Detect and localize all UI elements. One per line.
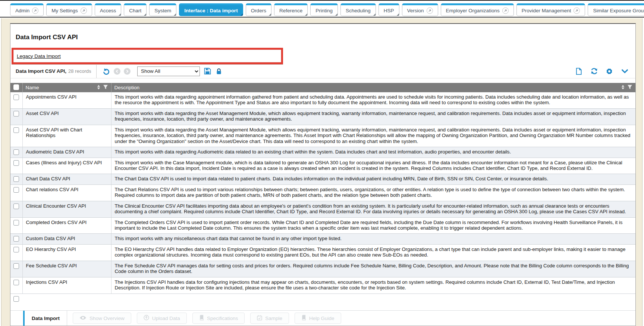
tab-scheduling[interactable]: Scheduling	[340, 3, 376, 16]
row-name: Asset CSV API with Chart Relationships	[22, 125, 111, 147]
tab-label: My Settings	[51, 5, 78, 16]
table-row[interactable]: Completed Orders CSV API The Completed O…	[10, 217, 635, 234]
tab-chart[interactable]: Chart	[124, 3, 147, 16]
tab-label: Version	[407, 5, 424, 16]
calendar-check-icon	[257, 315, 262, 322]
upload-data-button[interactable]: Upload Data	[137, 313, 187, 324]
chevron-down-icon[interactable]	[621, 67, 629, 75]
row-description: The Completed Orders CSV API is used to …	[111, 217, 635, 234]
tab-system[interactable]: System	[149, 3, 176, 16]
footer-tab-data-import[interactable]: Data Import	[23, 311, 67, 326]
row-checkbox[interactable]	[13, 127, 19, 133]
select-all-checkbox[interactable]	[13, 84, 19, 90]
table-row[interactable]: Appointments CSV API This import works w…	[10, 92, 635, 108]
tab-label: Chart	[129, 5, 141, 16]
tab-orders[interactable]: Orders	[246, 3, 271, 16]
tab-access[interactable]: Access	[95, 3, 122, 16]
row-name: Chart Data CSV API	[22, 174, 111, 184]
filter-icon[interactable]	[627, 84, 632, 91]
row-name: EO Hierarchy CSV API	[22, 244, 111, 261]
table-row[interactable]: Asset CSV API This import works with dat…	[10, 108, 635, 125]
tab-label: Interface : Data import	[184, 5, 238, 16]
table-row[interactable]: Asset CSV API with Chart Relationships T…	[10, 125, 635, 147]
gear-icon[interactable]	[605, 67, 613, 75]
table-row[interactable]: Fee Schedule CSV API The Fee Schedule CS…	[10, 261, 635, 277]
tab-label: System	[154, 5, 171, 16]
tab-similar-exposure-groups[interactable]: Similar Exposure Groups (SEGs)	[588, 3, 644, 16]
table-row[interactable]: Audiometric Data CSV API This import wor…	[10, 147, 635, 158]
annotation-red-box: Legacy Data Import	[12, 48, 283, 64]
tab-provider-management[interactable]: Provider Management	[516, 3, 585, 16]
lock-icon[interactable]	[215, 67, 223, 75]
row-description: The Chart Data CSV API is used to import…	[111, 174, 635, 184]
row-checkbox[interactable]	[13, 160, 19, 166]
description-column-header[interactable]: Description	[111, 83, 635, 92]
row-checkbox[interactable]	[13, 187, 19, 193]
row-description: The Clinical Encounter CSV API facilitat…	[111, 201, 635, 217]
show-overview-button[interactable]: Show Overview	[73, 313, 131, 324]
tab-label: Employer Organizations	[446, 5, 500, 16]
row-checkbox[interactable]	[13, 236, 19, 242]
specifications-button[interactable]: Specifications	[192, 313, 245, 324]
table-row[interactable]: Chart relations CSV API The Chart Relati…	[10, 184, 635, 201]
table-row[interactable]: Clinical Encounter CSV API The Clinical …	[10, 201, 635, 217]
sort-icon[interactable]	[97, 84, 101, 91]
row-description: The EO Hierarchy CSV API handles data re…	[111, 244, 635, 261]
description-column-label: Description	[114, 85, 140, 90]
row-checkbox[interactable]	[13, 94, 19, 100]
row-checkbox[interactable]	[13, 296, 19, 302]
tab-printing[interactable]: Printing	[310, 3, 338, 16]
tab-version[interactable]: Version	[402, 3, 438, 16]
new-record-icon[interactable]	[575, 67, 583, 75]
filter-select[interactable]: Show All	[137, 66, 200, 76]
row-description: This import works with data regarding th…	[111, 108, 635, 125]
table-row[interactable]: Custom Data CSV API This import works wi…	[10, 234, 635, 244]
row-name: Custom Data CSV API	[22, 234, 111, 244]
legacy-data-import-link[interactable]: Legacy Data Import	[17, 53, 61, 59]
help-guide-button[interactable]: Help Guide	[295, 313, 341, 324]
name-column-header[interactable]: Name	[22, 83, 111, 92]
tab-admin[interactable]: Admin	[10, 3, 44, 16]
undo-icon[interactable]	[102, 67, 110, 75]
row-checkbox[interactable]	[13, 280, 19, 285]
tab-employer-organizations[interactable]: Employer Organizations	[441, 3, 514, 16]
table-row[interactable]: Chart Data CSV API The Chart Data CSV AP…	[10, 174, 635, 184]
sort-icon[interactable]	[621, 84, 625, 91]
tab-interface-data-import[interactable]: Interface : Data import	[179, 3, 243, 16]
toolbar-left-icons: Show All	[97, 66, 223, 76]
sample-button[interactable]: Sample	[250, 313, 289, 324]
tab-hsp[interactable]: HSP	[378, 3, 399, 16]
previous-record-icon[interactable]	[114, 68, 120, 75]
row-description: This import works with the Case Manageme…	[111, 158, 635, 174]
button-label: Show Overview	[89, 316, 125, 321]
table-row[interactable]: EO Hierarchy CSV API The EO Hierarchy CS…	[10, 244, 635, 261]
row-checkbox[interactable]	[13, 176, 19, 182]
tab-my-settings[interactable]: My Settings	[46, 3, 92, 16]
table-row[interactable]: Cases (Illness and Injury) CSV API This …	[10, 158, 635, 174]
row-checkbox[interactable]	[13, 111, 19, 117]
row-checkbox[interactable]	[13, 220, 19, 226]
row-checkbox[interactable]	[13, 247, 19, 252]
row-description: The Injections CSV API handles data for …	[111, 277, 635, 294]
record-count: 28 records	[68, 68, 91, 74]
name-column-label: Name	[26, 85, 39, 90]
save-icon[interactable]	[203, 67, 211, 75]
grid-title: Data Import CSV API,	[16, 68, 66, 74]
next-record-icon[interactable]	[124, 68, 131, 75]
main-nav-tabbar: Admin My Settings Access Chart System In…	[0, 1, 644, 18]
row-checkbox[interactable]	[13, 263, 19, 269]
data-grid: Name Description	[10, 83, 635, 326]
tab-label: Printing	[315, 5, 333, 16]
tab-reference[interactable]: Reference	[274, 3, 308, 16]
row-checkbox[interactable]	[13, 149, 19, 155]
grid-title-cell: Data Import CSV API, 28 records	[10, 64, 97, 78]
refresh-icon[interactable]	[590, 67, 598, 75]
tab-label: Access	[100, 5, 116, 16]
row-checkbox[interactable]	[13, 204, 19, 209]
grid-toolbar: Data Import CSV API, 28 records Show All	[10, 64, 635, 78]
footer-action-bar: Data Import Show Overview Upload Data Sp…	[10, 310, 635, 326]
row-name: Cases (Illness and Injury) CSV API	[22, 158, 111, 174]
table-row[interactable]: Injections CSV API The Injections CSV AP…	[10, 277, 635, 294]
row-name: Chart relations CSV API	[22, 184, 111, 201]
filter-icon[interactable]	[103, 84, 108, 91]
